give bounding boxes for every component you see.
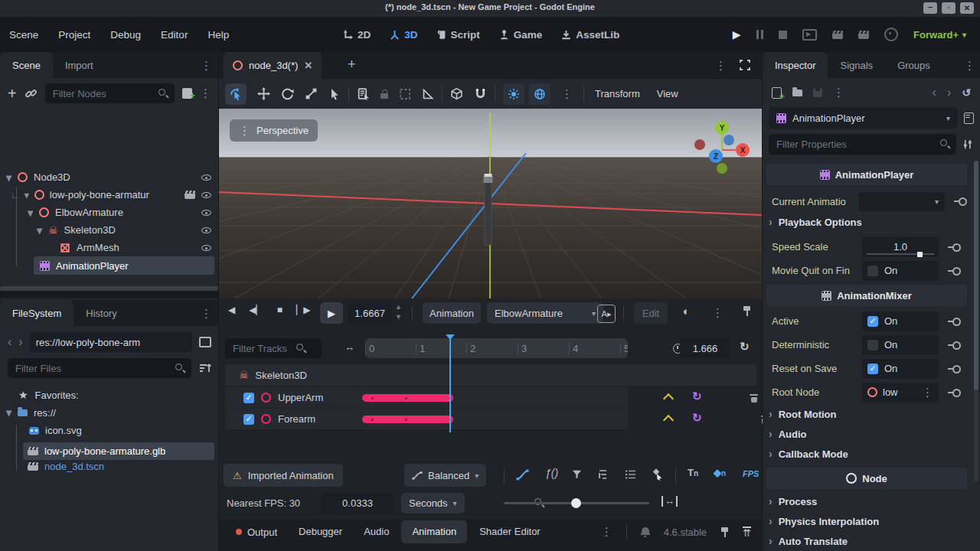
fit-timeline-icon[interactable]: ↔ — [345, 341, 354, 353]
collapse-icon[interactable]: ▾ — [37, 224, 42, 236]
tab-animation[interactable]: Animation — [401, 520, 467, 543]
current-animation-select[interactable]: ▾ — [859, 192, 945, 211]
favorites-row[interactable]: ★ Favorites: — [18, 389, 79, 401]
pause-button[interactable] — [756, 30, 764, 39]
mode-3d-button[interactable]: 3D — [389, 29, 417, 41]
filesystem-dock-menu[interactable]: ⋮ — [201, 307, 212, 321]
resource-extra-menu[interactable]: ⋮ — [833, 86, 844, 99]
loop-animation-icon[interactable]: ↻ — [740, 340, 750, 354]
edit-button[interactable]: Edit — [634, 302, 668, 324]
filter-files-input[interactable] — [8, 358, 191, 378]
wrap-mode-icon-upperarm[interactable] — [663, 393, 674, 404]
function-keys-icon[interactable]: ƒ() — [545, 467, 558, 479]
tree-row-armature-scene[interactable]: ∟ ▾ low-poly-bone-armatur — [11, 186, 213, 204]
close-tab-icon[interactable]: ✕ — [304, 60, 312, 71]
filter-properties-input[interactable] — [769, 134, 956, 155]
play-scene-button[interactable] — [832, 31, 843, 39]
keyframes-forearm[interactable] — [362, 416, 453, 423]
bezier-editor-icon[interactable] — [516, 468, 529, 481]
load-resource-icon[interactable] — [792, 90, 802, 96]
key-icon[interactable] — [948, 267, 961, 275]
perspective-button[interactable]: ⋮ Perspective — [230, 119, 318, 142]
expand-viewport-icon[interactable] — [739, 59, 751, 71]
menu-editor[interactable]: Editor — [161, 29, 188, 41]
track-enabled-checkbox[interactable] — [243, 414, 254, 425]
tab-history[interactable]: History — [74, 300, 129, 326]
track-enabled-checkbox[interactable] — [243, 393, 254, 403]
lock-icon[interactable] — [381, 90, 388, 99]
zoom-slider-handle[interactable] — [571, 498, 581, 508]
active-checkbox[interactable]: On — [862, 311, 939, 331]
viewport-extras-menu[interactable]: ⋮ — [561, 87, 573, 101]
collapse-icon[interactable]: ▾ — [24, 190, 29, 201]
group-tracks-icon[interactable] — [597, 468, 609, 481]
visibility-icon[interactable] — [201, 172, 213, 183]
filter-properties-field[interactable] — [775, 138, 935, 151]
open-docs-icon[interactable] — [964, 112, 974, 124]
time-spin-up[interactable]: ▲ — [395, 302, 402, 311]
filter-files-field[interactable] — [14, 362, 170, 375]
object-history-icon[interactable]: ↺ — [962, 86, 971, 99]
new-resource-icon[interactable]: + — [772, 87, 782, 99]
selection-arrow-icon[interactable] — [328, 88, 341, 100]
movie-maker-button[interactable] — [884, 28, 898, 41]
tab-groups[interactable]: Groups — [885, 52, 942, 78]
root-node-picker[interactable]: low ⋮ — [862, 383, 939, 403]
collapse-icon[interactable]: ▾ — [28, 207, 33, 219]
interp-loop-icon-forearm[interactable]: ↻ — [692, 411, 702, 425]
fs-row-glb[interactable]: low-poly-bone-armature.glb — [23, 442, 214, 460]
root-node-menu[interactable]: ⋮ — [922, 386, 933, 399]
track-capture-icon[interactable]: Tn — [688, 467, 698, 478]
fs-row-icon-svg[interactable]: icon.svg — [29, 425, 82, 436]
minimize-button[interactable]: – — [923, 2, 937, 14]
visibility-icon[interactable] — [201, 207, 213, 218]
timeline-ruler[interactable]: 0 1 2 3 4 5 — [365, 338, 628, 358]
tab-audio[interactable]: Audio — [354, 519, 398, 545]
maximize-button[interactable]: ▫ — [942, 2, 956, 14]
section-node[interactable]: Node — [766, 468, 967, 489]
scene-tree-menu[interactable]: ⋮ — [200, 86, 211, 100]
fold-callback-mode[interactable]: › Callback Mode — [769, 448, 848, 460]
onion-skinning-button[interactable]: ◐ — [683, 305, 690, 318]
reset-on-save-checkbox[interactable]: On — [862, 359, 939, 379]
checkbox-icon[interactable] — [867, 266, 878, 276]
scrollbar-thumb[interactable] — [974, 161, 978, 390]
interp-loop-icon-upperarm[interactable]: ↻ — [692, 390, 702, 403]
filter-nodes-field[interactable] — [51, 87, 153, 100]
menu-view[interactable]: View — [657, 88, 678, 99]
menu-help[interactable]: Help — [207, 29, 229, 41]
fps-toggle[interactable]: FPS — [743, 469, 759, 478]
autoplay-button[interactable]: A▸ — [597, 305, 616, 323]
key-icon[interactable] — [948, 341, 961, 349]
blend-key-icon[interactable]: ◆n — [714, 467, 726, 478]
key-icon[interactable] — [948, 243, 961, 251]
delete-track-icon-upperarm[interactable] — [750, 393, 758, 403]
pin-animation-icon[interactable] — [743, 306, 751, 316]
visibility-icon[interactable] — [201, 243, 213, 253]
tree-row-skeleton3d[interactable]: ▾ ☠ Skeleton3D — [37, 221, 213, 239]
fit-zoom-icon[interactable]: ↔ — [662, 496, 678, 507]
checkbox-icon[interactable] — [867, 364, 878, 374]
save-resource-icon[interactable] — [813, 88, 822, 97]
fold-audio[interactable]: › Audio — [769, 428, 807, 440]
current-path[interactable]: res://low-poly-bone-arm — [30, 332, 192, 352]
ruler-icon[interactable] — [422, 88, 434, 100]
play-button[interactable]: ▶ — [733, 28, 741, 41]
key-icon[interactable] — [948, 365, 961, 373]
inspector-dock-menu[interactable]: ⋮ — [964, 59, 975, 73]
animation-library-select[interactable]: ElbowArmature ▾ — [487, 302, 603, 324]
menu-debug[interactable]: Debug — [110, 29, 141, 41]
new-scene-tab-button[interactable]: + — [348, 57, 356, 73]
imported-scene-icon[interactable] — [185, 191, 195, 199]
renderer-select[interactable]: Forward+▾ — [913, 29, 966, 41]
snap-cube-icon[interactable] — [450, 87, 463, 100]
next-keyframe-button[interactable]: ▏▶ — [296, 305, 310, 315]
notification-bell-icon[interactable] — [641, 527, 650, 536]
mode-assetlib-button[interactable]: AssetLib — [560, 29, 619, 41]
track-group-skeleton3d[interactable]: ☠ Skeleton3D — [225, 364, 756, 386]
visibility-icon[interactable] — [201, 190, 213, 201]
movie-quit-checkbox[interactable]: On — [862, 261, 939, 281]
speed-scale-slider-handle[interactable] — [917, 252, 923, 257]
play-anim-button[interactable]: ▶ — [320, 302, 343, 324]
checkbox-icon[interactable] — [867, 316, 878, 327]
